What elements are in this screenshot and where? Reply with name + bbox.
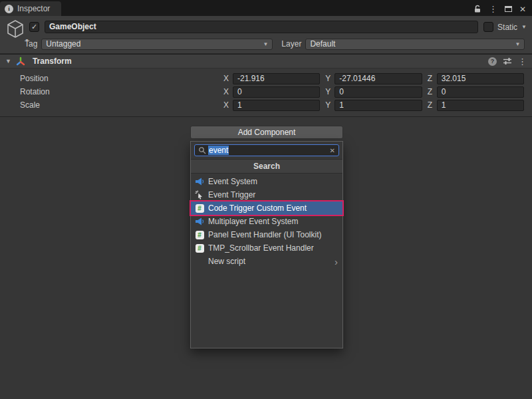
chevron-down-icon: ▼ bbox=[515, 41, 520, 47]
search-section-header: Search bbox=[191, 159, 342, 174]
name-input[interactable]: GameObject bbox=[45, 21, 478, 33]
foldout-arrow-icon[interactable]: ▼ bbox=[5, 58, 11, 65]
empty-icon-slot bbox=[195, 257, 204, 266]
position-label: Position bbox=[0, 74, 223, 83]
titlebar: i Inspector ⋮ ✕ bbox=[0, 0, 532, 16]
rotation-z-field[interactable]: 0 bbox=[437, 86, 524, 98]
axis-z-label: Z bbox=[428, 100, 433, 110]
axis-x-label: X bbox=[223, 87, 229, 96]
transform-icon bbox=[16, 57, 25, 66]
gameobject-header: ▼ ✓ GameObject Static ▼ Tag Untagged ▼ L… bbox=[0, 16, 532, 54]
list-item-label: TMP_Scrollbar Event Handler bbox=[208, 243, 314, 253]
list-item-label: Event Trigger bbox=[208, 190, 255, 200]
close-icon[interactable]: ✕ bbox=[519, 5, 526, 13]
lock-open-icon[interactable] bbox=[473, 5, 481, 13]
search-value: event bbox=[208, 146, 229, 155]
axis-y-label: Y bbox=[325, 87, 331, 96]
list-item-label: Code Trigger Custom Event bbox=[208, 203, 307, 213]
position-row: Position X-21.916 Y-27.01446 Z32.015 bbox=[0, 72, 532, 85]
list-item-code-trigger-custom-event[interactable]: # Code Trigger Custom Event bbox=[191, 201, 342, 215]
inspector-window: i Inspector ⋮ ✕ ▼ ✓ GameObject bbox=[0, 0, 532, 399]
search-icon bbox=[198, 146, 206, 154]
scale-y-field[interactable]: 1 bbox=[334, 100, 422, 111]
rotation-x-field[interactable]: 0 bbox=[233, 86, 320, 98]
axis-z-label: Z bbox=[428, 74, 433, 83]
active-checkbox[interactable]: ✓ bbox=[29, 22, 39, 32]
maximize-icon[interactable] bbox=[505, 6, 512, 12]
list-item-tmp-scrollbar-event-handler[interactable]: # TMP_Scrollbar Event Handler bbox=[191, 241, 342, 255]
axis-y-label: Y bbox=[325, 100, 331, 110]
static-checkbox[interactable] bbox=[483, 22, 493, 32]
rotation-row: Rotation X0 Y0 Z0 bbox=[0, 85, 532, 98]
tab-inspector[interactable]: i Inspector bbox=[0, 1, 61, 16]
axis-y-label: Y bbox=[325, 74, 331, 83]
component-title: Transform bbox=[33, 57, 72, 66]
chevron-right-icon: › bbox=[334, 257, 338, 267]
add-component-popup: event ✕ Search Event System bbox=[190, 141, 343, 348]
component-list: Event System Event Trigger # C bbox=[191, 174, 342, 268]
inspector-body: Add Component event ✕ Search bbox=[0, 117, 532, 399]
layer-value: Default bbox=[310, 39, 335, 49]
transform-header[interactable]: ▼ Transform ? ⋮ bbox=[0, 54, 532, 68]
event-system-icon bbox=[195, 177, 204, 186]
rotation-label: Rotation bbox=[0, 87, 223, 96]
axis-x-label: X bbox=[223, 100, 229, 110]
static-label: Static bbox=[497, 23, 517, 32]
csharp-script-icon: # bbox=[195, 243, 204, 253]
list-item-label: New script bbox=[208, 257, 245, 266]
search-section-label: Search bbox=[253, 162, 280, 171]
tag-label: Tag bbox=[25, 39, 37, 49]
list-item-label: Multiplayer Event System bbox=[208, 217, 298, 226]
chevron-down-icon: ▼ bbox=[263, 41, 268, 47]
axis-z-label: Z bbox=[428, 87, 433, 96]
position-y-field[interactable]: -27.01446 bbox=[334, 73, 422, 84]
transform-body: Position X-21.916 Y-27.01446 Z32.015 Rot… bbox=[0, 68, 532, 117]
scale-x-field[interactable]: 1 bbox=[233, 100, 320, 111]
search-clear-icon[interactable]: ✕ bbox=[330, 147, 335, 154]
rotation-y-field[interactable]: 0 bbox=[334, 86, 422, 98]
scale-z-field[interactable]: 1 bbox=[437, 100, 524, 111]
help-icon[interactable]: ? bbox=[488, 57, 497, 66]
list-item-new-script[interactable]: New script › bbox=[191, 255, 342, 268]
scale-label: Scale bbox=[0, 100, 223, 110]
list-item-event-system[interactable]: Event System bbox=[191, 175, 342, 188]
list-item-label: Event System bbox=[208, 177, 257, 186]
event-trigger-icon bbox=[195, 190, 204, 200]
list-item-event-trigger[interactable]: Event Trigger bbox=[191, 188, 342, 201]
layer-label: Layer bbox=[281, 39, 301, 49]
tag-dropdown[interactable]: Untagged ▼ bbox=[41, 39, 273, 50]
scale-row: Scale X1 Y1 Z1 bbox=[0, 98, 532, 112]
component-menu-icon[interactable]: ⋮ bbox=[518, 57, 527, 66]
tag-value: Untagged bbox=[46, 39, 80, 49]
static-dropdown-arrow[interactable]: ▼ bbox=[521, 24, 527, 30]
search-input[interactable]: event ✕ bbox=[194, 144, 339, 156]
position-x-field[interactable]: -21.916 bbox=[233, 73, 320, 84]
event-system-icon bbox=[195, 217, 204, 226]
axis-x-label: X bbox=[223, 74, 229, 83]
csharp-script-icon: # bbox=[195, 203, 204, 213]
list-item-multiplayer-event-system[interactable]: Multiplayer Event System bbox=[191, 215, 342, 228]
presets-icon[interactable] bbox=[503, 57, 512, 65]
list-item-panel-event-handler[interactable]: # Panel Event Handler (UI Toolkit) bbox=[191, 228, 342, 241]
tab-label: Inspector bbox=[17, 4, 50, 13]
position-z-field[interactable]: 32.015 bbox=[437, 73, 524, 84]
info-icon: i bbox=[5, 5, 13, 13]
csharp-script-icon: # bbox=[195, 230, 204, 239]
window-menu-icon[interactable]: ⋮ bbox=[489, 5, 497, 13]
layer-dropdown[interactable]: Default ▼ bbox=[305, 39, 525, 50]
list-item-label: Panel Event Handler (UI Toolkit) bbox=[208, 230, 322, 239]
add-component-button[interactable]: Add Component bbox=[190, 126, 343, 139]
